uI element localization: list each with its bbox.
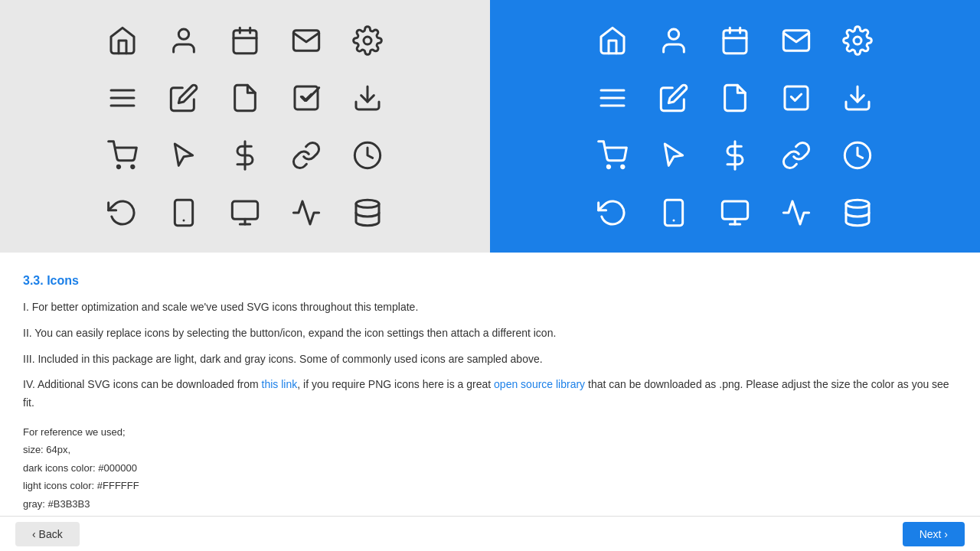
svg-point-27	[854, 37, 861, 44]
dark-icon-panel	[490, 0, 980, 253]
light-undo-icon	[92, 184, 153, 241]
dark-calendar-icon	[704, 11, 766, 69]
light-database-icon	[337, 184, 398, 241]
svg-point-42	[846, 200, 869, 207]
content-area: 3.3. Icons I. For better optimization an…	[0, 253, 980, 528]
light-icon-panel	[0, 0, 490, 253]
light-user-icon	[153, 11, 214, 69]
svg-rect-39	[722, 201, 747, 219]
svg-rect-23	[724, 30, 746, 53]
svg-rect-37	[665, 200, 682, 225]
light-home-icon	[92, 11, 153, 69]
light-checklist-icon	[276, 69, 337, 126]
para4-prefix: IV. Additional SVG icons can be download…	[23, 378, 262, 390]
section-title: 3.3. Icons	[23, 274, 957, 288]
light-document-icon	[214, 69, 276, 126]
para4: IV. Additional SVG icons can be download…	[23, 376, 957, 412]
dark-dollar-icon	[704, 126, 766, 184]
dark-document-icon	[704, 69, 766, 126]
light-activity-icon	[276, 184, 337, 241]
light-cursor-icon	[153, 126, 214, 184]
svg-point-33	[607, 165, 609, 168]
light-desktop-icon	[214, 184, 276, 241]
reference-text: For reference we used; size: 64px, dark …	[23, 423, 957, 513]
svg-rect-18	[232, 201, 257, 219]
light-edit-icon	[153, 69, 214, 126]
light-mail-icon	[276, 11, 337, 69]
dark-mail-icon	[766, 11, 827, 69]
dark-checklist-icon	[766, 69, 827, 126]
light-clock-icon	[337, 126, 398, 184]
footer: ‹ Back Next ›	[0, 516, 980, 551]
svg-point-34	[622, 165, 624, 168]
dark-cursor-icon	[643, 126, 704, 184]
dark-home-icon	[582, 11, 643, 69]
dark-clock-icon	[827, 126, 888, 184]
this-link[interactable]: this link	[262, 378, 298, 390]
dark-activity-icon	[766, 184, 827, 241]
svg-point-13	[132, 165, 134, 168]
dark-download-icon	[827, 69, 888, 126]
next-button[interactable]: Next ›	[903, 522, 965, 546]
svg-rect-16	[175, 200, 192, 225]
dark-settings-icon	[827, 11, 888, 69]
svg-point-0	[178, 29, 188, 39]
dark-mobile-icon	[643, 184, 704, 241]
svg-point-5	[364, 37, 371, 44]
para4-middle: , if you require PNG icons here is a gre…	[297, 378, 494, 390]
light-settings-icon	[337, 11, 398, 69]
para2: II. You can easily replace icons by sele…	[23, 324, 957, 343]
light-calendar-icon	[214, 11, 276, 69]
light-menu-icon	[92, 69, 153, 126]
para3: III. Included in this package are light,…	[23, 350, 957, 369]
dark-database-icon	[827, 184, 888, 241]
dark-desktop-icon	[704, 184, 766, 241]
light-mobile-icon	[153, 184, 214, 241]
dark-menu-icon	[582, 69, 643, 126]
dark-undo-icon	[582, 184, 643, 241]
light-dollar-icon	[214, 126, 276, 184]
dark-icon-grid	[582, 11, 888, 241]
light-cart-icon	[92, 126, 153, 184]
light-link-icon	[276, 126, 337, 184]
svg-rect-1	[234, 30, 256, 53]
svg-point-21	[356, 200, 379, 207]
dark-link-icon	[766, 126, 827, 184]
open-source-link[interactable]: open source library	[494, 378, 585, 390]
back-button[interactable]: ‹ Back	[15, 522, 80, 546]
svg-point-12	[117, 165, 119, 168]
dark-cart-icon	[582, 126, 643, 184]
light-icon-grid	[92, 11, 398, 241]
para1: I. For better optimization and scale we'…	[23, 298, 957, 317]
light-download-icon	[337, 69, 398, 126]
dark-edit-icon	[643, 69, 704, 126]
svg-point-22	[668, 29, 678, 39]
dark-user-icon	[643, 11, 704, 69]
